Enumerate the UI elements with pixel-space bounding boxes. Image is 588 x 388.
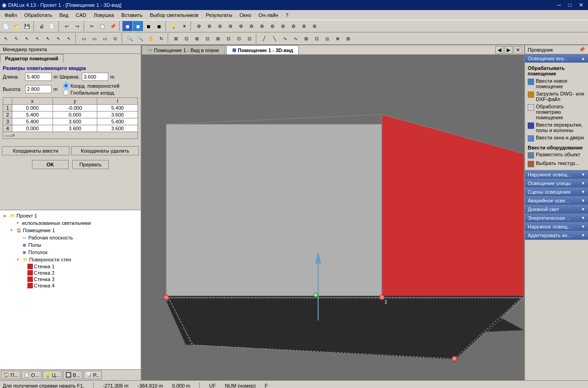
section-title-street[interactable]: Освещение улицы ▼ xyxy=(525,179,588,187)
tb-more4[interactable]: ⚙ xyxy=(225,21,235,31)
height-input[interactable] xyxy=(25,85,52,93)
tb-cut[interactable]: ✂ xyxy=(87,21,97,31)
tb2-snap1[interactable]: ⊞ xyxy=(171,33,181,43)
link-new-room[interactable]: Ввести новое помещение xyxy=(528,78,585,90)
app-restore-btn[interactable]: □ xyxy=(566,2,574,8)
tb-undo[interactable]: ↩ xyxy=(62,21,72,31)
tb2-line9[interactable]: ⊞ xyxy=(343,33,353,43)
tb-more12[interactable]: ⚙ xyxy=(309,21,319,31)
width-input[interactable] xyxy=(82,73,108,81)
bottom-tab-2[interactable]: 💡 Ц... xyxy=(42,371,62,379)
tb-wire2[interactable]: ◼ xyxy=(133,21,143,31)
ok-btn[interactable]: OK xyxy=(32,160,69,169)
tree-item-wall1[interactable]: Стенка 1 xyxy=(2,263,139,270)
menu-window[interactable]: Окно xyxy=(236,11,255,19)
tb2-line2[interactable]: ╲ xyxy=(270,33,280,43)
app-minimize-btn[interactable]: ─ xyxy=(554,2,564,8)
tree-item-ceiling[interactable]: ▣ Потолок xyxy=(2,249,139,256)
bottom-tab-0[interactable]: 🏠 П... xyxy=(1,371,21,379)
tree-item-project[interactable]: ▶ 📁 Проект 1 xyxy=(2,212,139,219)
section-title-daylight[interactable]: Дневной свет ▼ xyxy=(525,205,588,213)
tb2-select6[interactable]: ↖ xyxy=(53,33,64,43)
link-process-geom[interactable]: Обработать геометрию помещения xyxy=(528,103,585,121)
section-title-adapt[interactable]: Адаптировать ин... ▼ xyxy=(525,231,588,239)
cancel-btn[interactable]: Прервать xyxy=(72,160,109,169)
tb-light1[interactable]: 💡 xyxy=(169,21,179,31)
link-texture[interactable]: Выбрать текстур... xyxy=(528,160,585,168)
right-panel-pin[interactable]: 📌 xyxy=(579,47,585,53)
length-input[interactable] xyxy=(25,73,52,81)
radio-global[interactable]: Глобальные коорд. xyxy=(63,90,119,96)
tb-new[interactable]: 📄 xyxy=(1,21,11,31)
bottom-tab-3[interactable]: 🔲 В... xyxy=(63,371,83,379)
link-surfaces[interactable]: Ввести перекрытия, полы и колонны xyxy=(528,122,585,133)
nav-next-btn[interactable]: ▶ xyxy=(504,46,513,54)
tb-redo[interactable]: ↪ xyxy=(72,21,82,31)
tb2-line4[interactable]: ∿ xyxy=(291,33,301,43)
menu-insert[interactable]: Вставить xyxy=(117,11,146,19)
tb-more2[interactable]: ⚙ xyxy=(204,21,214,31)
tb-more11[interactable]: ⚙ xyxy=(299,21,309,31)
tb2-zoom-out[interactable]: 🔍 xyxy=(135,33,145,43)
tb-wire1[interactable]: ◼ xyxy=(122,21,132,31)
tb2-snap8[interactable]: ⊡ xyxy=(244,33,254,43)
menu-file[interactable]: Файл xyxy=(1,11,21,19)
tb2-select7[interactable]: ↖ xyxy=(64,33,74,43)
section-title-outdoor[interactable]: Наружное освещ... ▼ xyxy=(525,170,588,179)
tb2-snap7[interactable]: ⊡ xyxy=(234,33,244,43)
section-title-outdoor2[interactable]: Наружное освещ... ▼ xyxy=(525,223,588,231)
tb-more10[interactable]: ⚙ xyxy=(288,21,298,31)
menu-cad[interactable]: CAD xyxy=(72,11,90,19)
3d-canvas[interactable]: 1 2 xyxy=(142,55,524,380)
tb2-snap6[interactable]: ⊡ xyxy=(223,33,233,43)
bottom-tab-4[interactable]: 📊 Р... xyxy=(84,371,102,379)
viewport-tab-3d[interactable]: ◼ Помещение 1 - 3D-вид xyxy=(226,45,299,54)
tb2-select5[interactable]: ↖ xyxy=(43,33,53,43)
viewport-tab-plan[interactable]: ▭ Помещение 1 - Вид в плане xyxy=(142,45,225,54)
tb2-draw4[interactable]: ⊙ xyxy=(110,33,120,43)
title-bar-controls[interactable]: ─ □ ✕ xyxy=(554,2,586,8)
coord-delete-btn[interactable]: Координаты удалить xyxy=(71,146,139,155)
tb2-draw3[interactable]: ▭ xyxy=(100,33,110,43)
tree-item-wall2[interactable]: Стенка 2 xyxy=(2,270,139,276)
tab-room-editor[interactable]: Редактор помещений xyxy=(0,54,64,63)
tb2-select3[interactable]: ↖ xyxy=(22,33,32,43)
tb-wire3[interactable]: ◼ xyxy=(143,21,154,31)
tb-save[interactable]: 💾 xyxy=(22,21,32,31)
tb-paste[interactable]: 📌 xyxy=(108,21,118,31)
tree-item-room[interactable]: ▼ 🏠 Помещение 1 xyxy=(2,227,139,234)
link-windows[interactable]: Ввести окна и двери xyxy=(528,134,585,142)
coord-enter-btn[interactable]: Координаты ввести xyxy=(2,146,69,155)
tb2-snap3[interactable]: ⊞ xyxy=(192,33,202,43)
tb-more3[interactable]: ⚙ xyxy=(215,21,225,31)
section-title-scenes[interactable]: Сцены освещения ▼ xyxy=(525,188,588,196)
tree-item-wall4[interactable]: Стенка 4 xyxy=(2,282,139,289)
section-title-energy[interactable]: Энергетическая ... ▼ xyxy=(525,214,588,222)
tb2-select4[interactable]: ↖ xyxy=(32,33,42,43)
tb-print[interactable]: 🖨 xyxy=(37,21,47,31)
link-place-object[interactable]: Разместить объект xyxy=(528,151,585,159)
app-close-btn[interactable]: ✕ xyxy=(576,2,586,8)
tb2-line7[interactable]: ◎ xyxy=(322,33,332,43)
menu-results[interactable]: Результаты xyxy=(202,11,236,19)
tb-more6[interactable]: ⚙ xyxy=(246,21,256,31)
menu-view[interactable]: Вид xyxy=(56,11,72,19)
tree-item-fixtures[interactable]: ✦ использованных светильники xyxy=(2,219,139,227)
menu-edit[interactable]: Обработать xyxy=(21,11,56,19)
tb2-line1[interactable]: ╱ xyxy=(259,33,269,43)
tb2-zoom-in[interactable]: 🔍 xyxy=(125,33,135,43)
tb-more8[interactable]: ⚙ xyxy=(267,21,277,31)
tb2-draw2[interactable]: ▭ xyxy=(89,33,99,43)
tb-copy[interactable]: 📋 xyxy=(97,21,107,31)
tree-item-wall3[interactable]: Стенка 3 xyxy=(2,276,139,282)
section-title-indoor[interactable]: Освещение вну... ▲ xyxy=(525,54,588,63)
tb-more9[interactable]: ⚙ xyxy=(278,21,288,31)
tb2-draw1[interactable]: ▭ xyxy=(79,33,89,43)
tb2-line5[interactable]: ⊞ xyxy=(301,33,311,43)
tb-more7[interactable]: ⚙ xyxy=(257,21,267,31)
tree-item-floor[interactable]: ▣ Полы xyxy=(2,241,139,249)
tb-wire4[interactable]: ◼ xyxy=(154,21,164,31)
menu-fixtures[interactable]: Выбор светильников xyxy=(146,11,202,19)
tb2-snap4[interactable]: ⊡ xyxy=(202,33,212,43)
tb2-line6[interactable]: ⊡ xyxy=(312,33,322,43)
